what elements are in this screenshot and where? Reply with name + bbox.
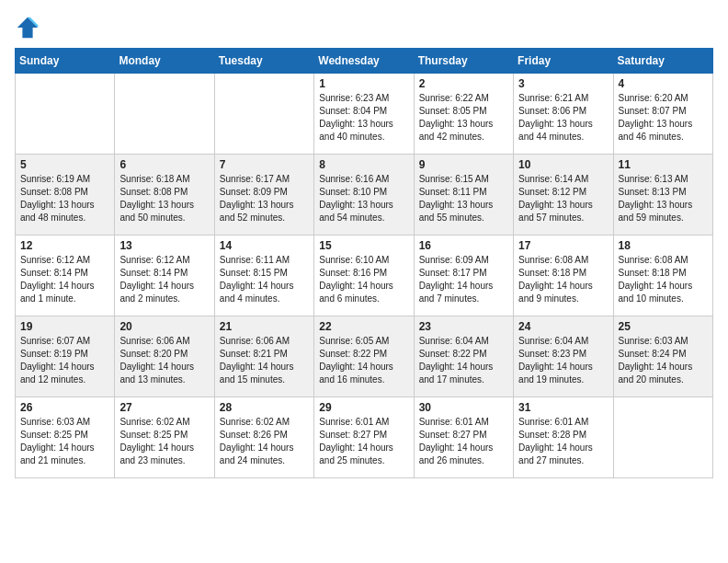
day-number: 7 — [220, 158, 309, 171]
day-info: Sunrise: 6:22 AM Sunset: 8:05 PM Dayligh… — [419, 92, 508, 144]
day-number: 15 — [319, 239, 408, 252]
calendar-cell — [613, 397, 712, 478]
header-row: SundayMondayTuesdayWednesdayThursdayFrid… — [16, 49, 713, 74]
day-info: Sunrise: 6:19 AM Sunset: 8:08 PM Dayligh… — [20, 173, 109, 224]
day-info: Sunrise: 6:20 AM Sunset: 8:07 PM Dayligh… — [619, 92, 708, 144]
day-info: Sunrise: 6:01 AM Sunset: 8:27 PM Dayligh… — [319, 416, 408, 467]
calendar-cell: 30Sunrise: 6:01 AM Sunset: 8:27 PM Dayli… — [414, 397, 513, 478]
calendar-cell: 21Sunrise: 6:06 AM Sunset: 8:21 PM Dayli… — [214, 316, 313, 397]
calendar-cell: 6Sunrise: 6:18 AM Sunset: 8:08 PM Daylig… — [115, 155, 214, 236]
calendar-cell: 27Sunrise: 6:02 AM Sunset: 8:25 PM Dayli… — [115, 397, 214, 478]
calendar-cell: 14Sunrise: 6:11 AM Sunset: 8:15 PM Dayli… — [214, 236, 313, 316]
day-info: Sunrise: 6:15 AM Sunset: 8:11 PM Dayligh… — [419, 173, 508, 224]
day-number: 6 — [119, 158, 209, 171]
day-info: Sunrise: 6:17 AM Sunset: 8:09 PM Dayligh… — [220, 173, 309, 224]
day-info: Sunrise: 6:08 AM Sunset: 8:18 PM Dayligh… — [619, 254, 708, 305]
calendar-cell: 16Sunrise: 6:09 AM Sunset: 8:17 PM Dayli… — [414, 236, 513, 316]
day-number: 17 — [518, 239, 608, 252]
calendar-cell: 17Sunrise: 6:08 AM Sunset: 8:18 PM Dayli… — [514, 236, 613, 316]
calendar-header: SundayMondayTuesdayWednesdayThursdayFrid… — [16, 49, 713, 74]
calendar-cell: 29Sunrise: 6:01 AM Sunset: 8:27 PM Dayli… — [314, 397, 414, 478]
header-cell-thursday: Thursday — [414, 49, 513, 74]
day-number: 3 — [518, 77, 608, 90]
day-number: 13 — [119, 239, 209, 252]
day-number: 11 — [619, 158, 708, 171]
day-info: Sunrise: 6:13 AM Sunset: 8:13 PM Dayligh… — [619, 173, 708, 224]
day-number: 31 — [518, 401, 608, 414]
day-number: 27 — [119, 401, 209, 414]
calendar-cell: 26Sunrise: 6:03 AM Sunset: 8:25 PM Dayli… — [16, 397, 115, 478]
day-info: Sunrise: 6:23 AM Sunset: 8:04 PM Dayligh… — [319, 92, 408, 144]
calendar-body: 1Sunrise: 6:23 AM Sunset: 8:04 PM Daylig… — [16, 74, 713, 478]
day-number: 9 — [419, 158, 508, 171]
calendar-cell — [115, 74, 214, 155]
day-number: 22 — [319, 320, 408, 333]
header — [15, 15, 713, 40]
header-cell-friday: Friday — [514, 49, 613, 74]
day-info: Sunrise: 6:02 AM Sunset: 8:26 PM Dayligh… — [220, 416, 309, 467]
calendar-cell: 13Sunrise: 6:12 AM Sunset: 8:14 PM Dayli… — [115, 236, 214, 316]
day-info: Sunrise: 6:07 AM Sunset: 8:19 PM Dayligh… — [20, 335, 109, 386]
day-info: Sunrise: 6:18 AM Sunset: 8:08 PM Dayligh… — [119, 173, 209, 224]
calendar-table: SundayMondayTuesdayWednesdayThursdayFrid… — [15, 48, 713, 478]
day-info: Sunrise: 6:02 AM Sunset: 8:25 PM Dayligh… — [119, 416, 209, 467]
day-info: Sunrise: 6:11 AM Sunset: 8:15 PM Dayligh… — [220, 254, 309, 305]
calendar-cell: 28Sunrise: 6:02 AM Sunset: 8:26 PM Dayli… — [214, 397, 313, 478]
calendar-cell: 15Sunrise: 6:10 AM Sunset: 8:16 PM Dayli… — [314, 236, 414, 316]
day-number: 4 — [619, 77, 708, 90]
day-number: 18 — [619, 239, 708, 252]
day-info: Sunrise: 6:06 AM Sunset: 8:21 PM Dayligh… — [220, 335, 309, 386]
day-info: Sunrise: 6:08 AM Sunset: 8:18 PM Dayligh… — [518, 254, 608, 305]
day-number: 19 — [20, 320, 109, 333]
day-info: Sunrise: 6:12 AM Sunset: 8:14 PM Dayligh… — [20, 254, 109, 305]
day-number: 12 — [20, 239, 109, 252]
calendar-cell: 2Sunrise: 6:22 AM Sunset: 8:05 PM Daylig… — [414, 74, 513, 155]
calendar-cell: 25Sunrise: 6:03 AM Sunset: 8:24 PM Dayli… — [613, 316, 712, 397]
day-number: 24 — [518, 320, 608, 333]
day-number: 14 — [220, 239, 309, 252]
day-number: 2 — [419, 77, 508, 90]
calendar-cell: 3Sunrise: 6:21 AM Sunset: 8:06 PM Daylig… — [514, 74, 613, 155]
day-number: 25 — [619, 320, 708, 333]
day-info: Sunrise: 6:01 AM Sunset: 8:28 PM Dayligh… — [518, 416, 608, 467]
calendar-cell: 20Sunrise: 6:06 AM Sunset: 8:20 PM Dayli… — [115, 316, 214, 397]
day-info: Sunrise: 6:03 AM Sunset: 8:25 PM Dayligh… — [20, 416, 109, 467]
calendar-cell: 23Sunrise: 6:04 AM Sunset: 8:22 PM Dayli… — [414, 316, 513, 397]
header-cell-tuesday: Tuesday — [214, 49, 313, 74]
calendar-cell — [16, 74, 115, 155]
day-number: 26 — [20, 401, 109, 414]
calendar-cell — [214, 74, 313, 155]
day-number: 28 — [220, 401, 309, 414]
calendar-cell: 12Sunrise: 6:12 AM Sunset: 8:14 PM Dayli… — [16, 236, 115, 316]
calendar-week-4: 26Sunrise: 6:03 AM Sunset: 8:25 PM Dayli… — [16, 397, 713, 478]
header-cell-sunday: Sunday — [16, 49, 115, 74]
calendar-week-2: 12Sunrise: 6:12 AM Sunset: 8:14 PM Dayli… — [16, 236, 713, 316]
day-info: Sunrise: 6:05 AM Sunset: 8:22 PM Dayligh… — [319, 335, 408, 386]
calendar-cell: 5Sunrise: 6:19 AM Sunset: 8:08 PM Daylig… — [16, 155, 115, 236]
logo-icon — [15, 15, 40, 40]
day-number: 10 — [518, 158, 608, 171]
day-number: 16 — [419, 239, 508, 252]
calendar-cell: 1Sunrise: 6:23 AM Sunset: 8:04 PM Daylig… — [314, 74, 414, 155]
day-number: 5 — [20, 158, 109, 171]
calendar-cell: 24Sunrise: 6:04 AM Sunset: 8:23 PM Dayli… — [514, 316, 613, 397]
day-info: Sunrise: 6:04 AM Sunset: 8:23 PM Dayligh… — [518, 335, 608, 386]
day-info: Sunrise: 6:16 AM Sunset: 8:10 PM Dayligh… — [319, 173, 408, 224]
header-cell-saturday: Saturday — [613, 49, 712, 74]
day-info: Sunrise: 6:12 AM Sunset: 8:14 PM Dayligh… — [119, 254, 209, 305]
day-info: Sunrise: 6:10 AM Sunset: 8:16 PM Dayligh… — [319, 254, 408, 305]
calendar-cell: 7Sunrise: 6:17 AM Sunset: 8:09 PM Daylig… — [214, 155, 313, 236]
calendar-cell: 9Sunrise: 6:15 AM Sunset: 8:11 PM Daylig… — [414, 155, 513, 236]
header-cell-wednesday: Wednesday — [314, 49, 414, 74]
calendar-cell: 31Sunrise: 6:01 AM Sunset: 8:28 PM Dayli… — [514, 397, 613, 478]
day-info: Sunrise: 6:04 AM Sunset: 8:22 PM Dayligh… — [419, 335, 508, 386]
day-number: 21 — [220, 320, 309, 333]
calendar-week-3: 19Sunrise: 6:07 AM Sunset: 8:19 PM Dayli… — [16, 316, 713, 397]
day-info: Sunrise: 6:03 AM Sunset: 8:24 PM Dayligh… — [619, 335, 708, 386]
day-number: 1 — [319, 77, 408, 90]
calendar-cell: 4Sunrise: 6:20 AM Sunset: 8:07 PM Daylig… — [613, 74, 712, 155]
calendar-week-0: 1Sunrise: 6:23 AM Sunset: 8:04 PM Daylig… — [16, 74, 713, 155]
day-number: 30 — [419, 401, 508, 414]
header-cell-monday: Monday — [115, 49, 214, 74]
day-info: Sunrise: 6:14 AM Sunset: 8:12 PM Dayligh… — [518, 173, 608, 224]
